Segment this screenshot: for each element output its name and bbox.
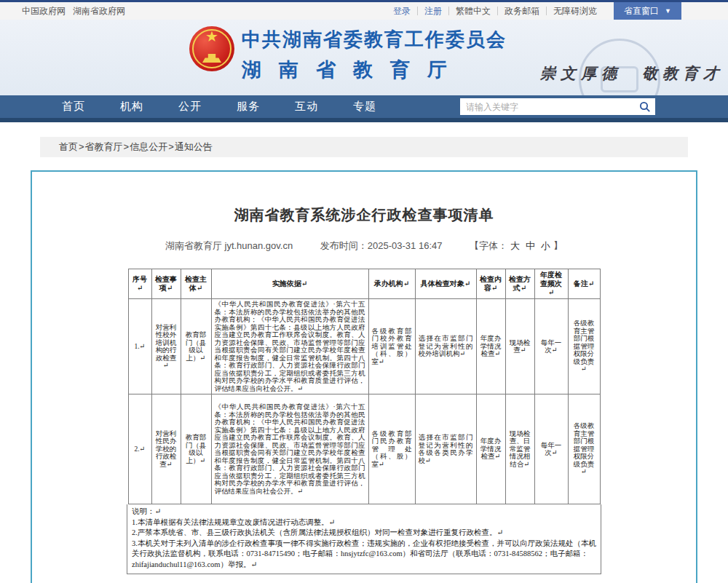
- utility-links: 登录 注册 繁體中文 政务邮箱 无障碍浏览 省直窗口 ▼: [387, 2, 728, 20]
- col-header-item: 检查事项↵: [151, 269, 181, 299]
- cell-item: 对营利性民办学校的行政检查↵: [151, 394, 181, 504]
- page-title: 湖南省教育系统涉企行政检查事项清单: [32, 205, 696, 225]
- emblem-gate-shape: [202, 54, 221, 63]
- col-header-subject: 检查主体↵: [181, 269, 211, 299]
- cell-item: 对营利性校外培训机构的行政检查↵: [151, 299, 181, 394]
- main-nav: 首页 机构 公开 服务 互动 专题: [0, 95, 728, 118]
- cell-remark: 各级教育主管部门根据管理权限分级负责↵: [568, 394, 600, 504]
- nav-accent-strip: [0, 118, 728, 122]
- cell-agency: 各级教育部门校外教育培训监管处（科、股）室↵: [368, 299, 415, 394]
- nav-item-orgs[interactable]: 机构: [120, 100, 143, 114]
- col-header-content: 检查内容↵: [476, 269, 505, 299]
- notes-line: 2.严禁本系统省、市、县三级行政执法机关（含所属法律法规授权组织）对同一检查对象…: [132, 528, 596, 539]
- breadcrumb-separator: >: [79, 141, 84, 152]
- nav-item-disclosure[interactable]: 公开: [178, 100, 202, 114]
- site-title-line1: 中共湖南省委教育工作委员会: [242, 27, 507, 52]
- province-window-label: 省直窗口: [624, 5, 659, 17]
- breadcrumb-dept[interactable]: 省教育厅: [85, 141, 123, 152]
- cell-seq: 2.↵: [128, 394, 151, 504]
- cell-method: 现场检查、日常监管情况相结合↵: [505, 394, 534, 504]
- notes-box: 说明：↵ 1.本清单根据有关法律法规规章立改废情况进行动态调整。↵ 2.严禁本系…: [127, 504, 601, 574]
- link-hunan-gov[interactable]: 湖南省政府网: [73, 5, 125, 17]
- province-window-dropdown[interactable]: 省直窗口 ▼: [614, 2, 681, 20]
- article-card: 湖南省教育系统涉企行政检查事项清单 湖南省教育厅 jyt.hunan.gov.c…: [31, 170, 697, 583]
- site-title-block: 中共湖南省委教育工作委员会 湖南省教育厅: [242, 27, 507, 83]
- cell-agency: 各级教育部门民办教育管理处（科、股）室↵: [368, 394, 415, 504]
- utility-bar: 中国政府网 湖南省政府网 登录 注册 繁體中文 政务邮箱 无障碍浏览 省直窗口 …: [0, 0, 728, 20]
- font-size-small[interactable]: 小: [541, 240, 550, 251]
- publish-label: 发布时间：: [320, 240, 368, 251]
- cell-content: 年度办学情况检查↵: [476, 299, 505, 394]
- link-china-gov[interactable]: 中国政府网: [22, 5, 66, 17]
- notes-title: 说明：↵: [132, 507, 596, 517]
- font-label-end: 】: [553, 240, 563, 251]
- col-header-agency: 承办机构↵: [368, 269, 415, 299]
- cell-subject: 教育部门（县级以上）↵: [181, 299, 211, 394]
- breadcrumb-notices[interactable]: 通知公告: [175, 141, 213, 152]
- article-meta: 湖南省教育厅 jyt.hunan.gov.cn 发布时间：2025-03-31 …: [32, 239, 696, 253]
- cell-target: 选择在市监部门登记为营利性的各级各类民办学校↵: [415, 394, 476, 504]
- breadcrumb-separator: >: [124, 141, 130, 152]
- cell-content: 年度办学情况检查↵: [476, 394, 505, 504]
- col-header-target: 具体检查对象↵: [415, 269, 476, 299]
- nav-item-topics[interactable]: 专题: [353, 100, 376, 114]
- publish-time: 2025-03-31 16:47: [368, 240, 443, 251]
- search-input[interactable]: [460, 102, 639, 112]
- publish-block: 发布时间：2025-03-31 16:47: [320, 240, 443, 251]
- gov-mail-link[interactable]: 政务邮箱: [498, 7, 547, 15]
- nav-item-home[interactable]: 首页: [62, 100, 85, 114]
- col-header-frequency: 年度检查频次↵: [534, 269, 568, 299]
- register-link[interactable]: 注册: [418, 7, 449, 15]
- motto-calligraphy: 崇文厚德 敬教育才: [540, 63, 724, 84]
- cell-target: 选择在市监部门登记为营利性的校外培训机构↵: [415, 299, 476, 394]
- breadcrumb-disclosure[interactable]: 信息公开: [130, 141, 167, 152]
- emblem-star-icon: ★: [205, 29, 218, 44]
- cell-subject: 教育部门（县级以上）↵: [181, 394, 211, 504]
- notes-line: 1.本清单根据有关法律法规规章立改废情况进行动态调整。↵: [132, 517, 596, 528]
- chevron-down-icon: ▼: [665, 7, 671, 15]
- cell-basis: 《中华人民共和国民办教育促进法》·第六十五条：本法所称的民办学校包括依法举办的其…: [211, 394, 368, 504]
- cell-frequency: 每年一次↵: [534, 299, 568, 394]
- col-header-remark: 备注↵: [568, 269, 600, 299]
- col-header-seq: 序号↵: [128, 269, 151, 299]
- table-row: 2.↵ 对营利性民办学校的行政检查↵ 教育部门（县级以上）↵ 《中华人民共和国民…: [128, 394, 600, 504]
- site-title-line2: 湖南省教育厅: [242, 57, 507, 83]
- breadcrumb-home[interactable]: 首页: [59, 141, 78, 152]
- article-source: 湖南省教育厅 jyt.hunan.gov.cn: [165, 240, 293, 251]
- col-header-method: 检查方式↵: [505, 269, 534, 299]
- table-header-row: 序号↵ 检查事项↵ 检查主体↵ 实施依据↵ 承办机构↵ 具体检查对象↵ 检查内容…: [128, 269, 600, 299]
- font-size-medium[interactable]: 中: [526, 240, 535, 251]
- cell-remark: 各级教育主管部门根据管理权限分级负责↵: [568, 299, 600, 394]
- cell-seq: 1.↵: [128, 299, 151, 394]
- search-box: [460, 98, 655, 115]
- login-link[interactable]: 登录: [387, 7, 418, 15]
- national-emblem-logo: ★: [189, 26, 234, 71]
- font-label: 【字体：: [470, 240, 507, 251]
- accessibility-link[interactable]: 无障碍浏览: [547, 7, 604, 15]
- col-header-basis: 实施依据↵: [211, 269, 368, 299]
- inspection-table: 序号↵ 检查事项↵ 检查主体↵ 实施依据↵ 承办机构↵ 具体检查对象↵ 检查内容…: [128, 269, 601, 504]
- nav-item-interaction[interactable]: 互动: [295, 100, 318, 114]
- table-row: 1.↵ 对营利性校外培训机构的行政检查↵ 教育部门（县级以上）↵ 《中华人民共和…: [128, 299, 600, 394]
- search-icon[interactable]: [639, 101, 651, 113]
- breadcrumb-separator: >: [168, 141, 174, 152]
- site-header: ★ 中共湖南省委教育工作委员会 湖南省教育厅 崇文厚德 敬教育才: [0, 20, 728, 95]
- cell-frequency: 每年一次↵: [534, 394, 568, 504]
- cell-method: 现场检查↵: [505, 299, 534, 394]
- font-size-switcher: 【字体：大中小】: [470, 240, 563, 251]
- traditional-chinese-link[interactable]: 繁體中文: [449, 7, 498, 15]
- nav-item-services[interactable]: 服务: [237, 100, 260, 114]
- breadcrumb: 首页>省教育厅>信息公开>通知公告: [40, 137, 688, 157]
- font-size-large[interactable]: 大: [510, 240, 520, 251]
- cell-basis: 《中华人民共和国民办教育促进法》·第六十五条：本法所称的民办学校包括依法举办的其…: [211, 299, 368, 394]
- notes-line: 3.本机关对于未列入清单的涉企行政检查事项一律不得实施行政检查；违规实施的，企业…: [132, 539, 596, 571]
- gov-links: 中国政府网 湖南省政府网: [0, 5, 125, 17]
